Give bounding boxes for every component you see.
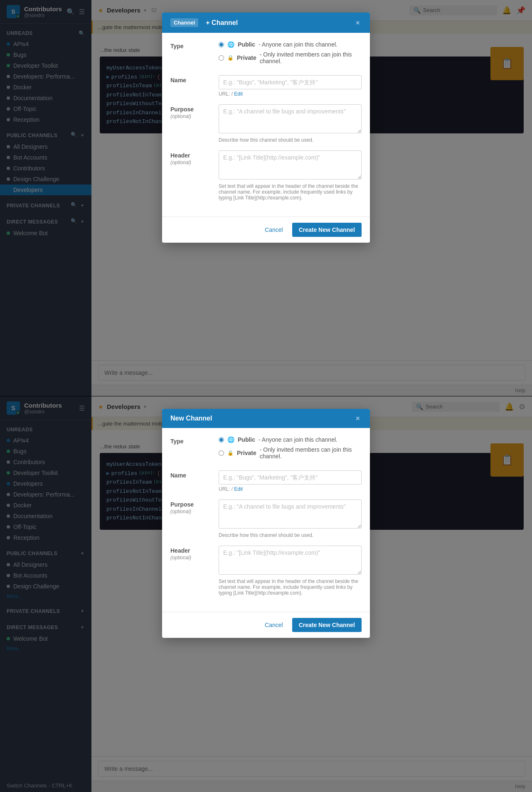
- header-textarea-bottom[interactable]: [219, 546, 362, 575]
- lock-icon-bottom: 🔒: [227, 450, 234, 456]
- public-desc-bottom: - Anyone can join this channel.: [259, 436, 337, 443]
- modal-title-top: Channel + Channel: [170, 18, 238, 27]
- modal-top: Channel + Channel × Type 🌐 Public - Anyo…: [162, 12, 370, 243]
- purpose-label-bottom: Purpose (optional): [170, 499, 212, 514]
- channel-icon-top: Channel: [170, 18, 198, 27]
- create-button-top[interactable]: Create New Channel: [292, 223, 362, 237]
- create-button-bottom[interactable]: Create New Channel: [292, 618, 362, 632]
- public-option-bottom[interactable]: 🌐 Public - Anyone can join this channel.: [219, 436, 362, 443]
- private-label-bottom: Private: [237, 450, 256, 456]
- private-option-bottom[interactable]: 🔒 Private - Only invited members can joi…: [219, 446, 362, 460]
- url-edit-link-top[interactable]: Edit: [234, 91, 243, 97]
- bottom-half-app: S Contributors @sondro ☰ UNREADS APIv4 B…: [0, 396, 532, 792]
- type-label-top: Type: [170, 41, 212, 49]
- purpose-label-top: Purpose (optional): [170, 104, 212, 119]
- url-edit-link-bottom[interactable]: Edit: [234, 486, 243, 492]
- type-controls-bottom: 🌐 Public - Anyone can join this channel.…: [219, 436, 362, 463]
- purpose-optional-bottom: (optional): [170, 509, 191, 514]
- header-controls-bottom: Set text that will appear in the header …: [219, 546, 362, 596]
- form-row-name-top: Name URL: / Edit: [170, 75, 362, 97]
- header-controls-top: Set text that will appear in the header …: [219, 150, 362, 201]
- name-input-top[interactable]: [219, 75, 362, 89]
- name-input-bottom[interactable]: [219, 470, 362, 485]
- purpose-controls-bottom: Describe how this channel should be used…: [219, 499, 362, 538]
- header-label-top: Header (optional): [170, 150, 212, 165]
- modal-title-bottom: New Channel: [170, 415, 212, 422]
- form-row-name-bottom: Name URL: / Edit: [170, 470, 362, 492]
- purpose-optional-top: (optional): [170, 113, 191, 119]
- top-half-app: S Contributors @sondro 🔍 ☰ UNREADS 🔍 API…: [0, 0, 532, 396]
- cancel-button-top[interactable]: Cancel: [260, 223, 288, 236]
- url-line-top: URL: / Edit: [219, 91, 362, 97]
- header-label-bottom: Header (optional): [170, 546, 212, 561]
- name-label-top: Name: [170, 75, 212, 84]
- modal-close-top[interactable]: ×: [354, 19, 362, 27]
- private-desc-bottom: - Only invited members can join this cha…: [260, 446, 362, 460]
- purpose-hint-bottom: Describe how this channel should be used…: [219, 532, 362, 538]
- modal-bottom: New Channel × Type 🌐 Public - Anyone can…: [162, 409, 370, 638]
- purpose-controls-top: Describe how this channel should be used…: [219, 104, 362, 143]
- modal-footer-top: Cancel Create New Channel: [162, 216, 370, 243]
- header-optional-top: (optional): [170, 160, 191, 165]
- public-radio-bottom[interactable]: [219, 437, 224, 443]
- type-label-bottom: Type: [170, 436, 212, 445]
- form-row-purpose-top: Purpose (optional) Describe how this cha…: [170, 104, 362, 143]
- modal-overlay-bottom: New Channel × Type 🌐 Public - Anyone can…: [0, 396, 532, 792]
- private-radio-bottom[interactable]: [219, 450, 224, 456]
- name-controls-bottom: URL: / Edit: [219, 470, 362, 492]
- modal-close-bottom[interactable]: ×: [354, 415, 362, 422]
- header-hint-bottom: Set text that will appear in the header …: [219, 578, 362, 596]
- public-option-top[interactable]: 🌐 Public - Anyone can join this channel.: [219, 41, 362, 48]
- modal-body-top: Type 🌐 Public - Anyone can join this cha…: [162, 33, 370, 216]
- public-radio-top[interactable]: [219, 42, 224, 47]
- form-row-purpose-bottom: Purpose (optional) Describe how this cha…: [170, 499, 362, 538]
- purpose-hint-top: Describe how this channel should be used…: [219, 137, 362, 143]
- name-label-bottom: Name: [170, 470, 212, 479]
- modal-header-bottom: New Channel ×: [162, 409, 370, 428]
- purpose-textarea-bottom[interactable]: [219, 499, 362, 529]
- public-label-bottom: Public: [238, 436, 255, 443]
- url-line-bottom: URL: / Edit: [219, 486, 362, 492]
- public-label-top: Public: [238, 41, 255, 48]
- modal-overlay-top: Channel + Channel × Type 🌐 Public - Anyo…: [0, 0, 532, 396]
- name-controls-top: URL: / Edit: [219, 75, 362, 97]
- form-row-type-top: Type 🌐 Public - Anyone can join this cha…: [170, 41, 362, 68]
- private-option-top[interactable]: 🔒 Private - Only invited members can joi…: [219, 51, 362, 64]
- cancel-button-bottom[interactable]: Cancel: [260, 618, 288, 632]
- header-optional-bottom: (optional): [170, 555, 191, 561]
- lock-icon-top: 🔒: [227, 55, 234, 61]
- globe-icon-top: 🌐: [227, 41, 234, 48]
- private-label-top: Private: [237, 54, 256, 61]
- private-desc-top: - Only invited members can join this cha…: [260, 51, 362, 64]
- modal-footer-bottom: Cancel Create New Channel: [162, 612, 370, 638]
- modal-header-top: Channel + Channel ×: [162, 12, 370, 33]
- purpose-textarea-top[interactable]: [219, 104, 362, 133]
- globe-icon-bottom: 🌐: [227, 436, 234, 443]
- private-radio-top[interactable]: [219, 55, 224, 61]
- form-row-type-bottom: Type 🌐 Public - Anyone can join this cha…: [170, 436, 362, 463]
- public-desc-top: - Anyone can join this channel.: [259, 41, 337, 48]
- modal-body-bottom: Type 🌐 Public - Anyone can join this cha…: [162, 428, 370, 612]
- type-controls-top: 🌐 Public - Anyone can join this channel.…: [219, 41, 362, 68]
- header-textarea-top[interactable]: [219, 150, 362, 180]
- form-row-header-bottom: Header (optional) Set text that will app…: [170, 546, 362, 596]
- header-hint-top: Set text that will appear in the header …: [219, 183, 362, 201]
- form-row-header-top: Header (optional) Set text that will app…: [170, 150, 362, 201]
